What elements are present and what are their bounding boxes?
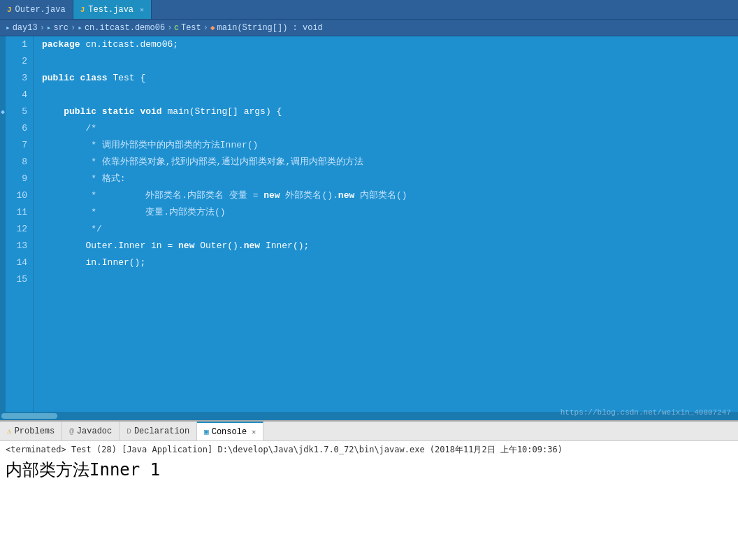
code-line-6: /* [42,120,738,137]
code-line-2 [42,53,738,70]
line-num-13: 13 [13,238,27,254]
line-num-7: 7 [13,137,27,154]
edge-marker-5: ◆ [0,103,6,120]
outer-file-icon: J [7,6,12,14]
problems-icon: ⚠ [7,426,12,436]
code-line-10: * 外部类名.内部类名 变量 = new 外部类名().new 内部类名() [42,187,738,204]
line-num-15: 15 [13,271,27,288]
test-file-icon: J [80,6,85,14]
code-line-7: * 调用外部类中的内部类的方法Inner() [42,137,738,154]
breadcrumb-day13[interactable]: day13 [13,23,38,33]
bottom-tab-bar: ⚠ Problems @ Javadoc D Declaration ▣ Con… [0,422,738,441]
line-num-6: 6 [13,120,27,137]
bottom-panel: ⚠ Problems @ Javadoc D Declaration ▣ Con… [0,420,738,560]
tab-test-close[interactable]: ✕ [140,6,144,14]
line-num-4: 4 [13,87,27,103]
code-line-13: Outer.Inner in = new Outer().new Inner()… [42,238,738,254]
breadcrumb-sep2: › [71,23,75,33]
code-line-3: public class Test { [42,70,738,87]
left-gutter: ◆ [0,36,6,412]
breadcrumb-sep3: › [167,23,172,33]
line-num-12: 12 [13,221,27,238]
breadcrumb-sep4: › [203,23,208,33]
breadcrumb-icon: ▸ [6,23,10,32]
code-line-11: * 变量.内部类方法() [42,204,738,221]
tab-javadoc[interactable]: @ Javadoc [62,422,120,440]
line-num-1: 1 [13,36,27,53]
breadcrumb-method-icon: ◆ [210,23,215,32]
editor-area: ◆ 1 2 3 4 5 6 7 8 9 10 11 12 13 14 15 pa… [0,36,738,420]
tab-problems-label: Problems [15,426,55,436]
tab-outer-label: Outer.java [15,5,66,15]
breadcrumb-class[interactable]: Test [181,23,201,33]
console-header: <terminated> Test (28) [Java Application… [6,444,732,456]
code-line-12: */ [42,221,738,238]
code-line-8: * 依靠外部类对象,找到内部类,通过内部类对象,调用内部类的方法 [42,154,738,171]
line-num-10: 10 [13,187,27,204]
tab-bar: J Outer.java J Test.java ✕ [0,0,738,20]
tab-problems[interactable]: ⚠ Problems [0,422,62,440]
tab-console[interactable]: ▣ Console ✕ [197,422,263,440]
console-icon: ▣ [204,427,209,436]
code-line-5: public static void main(String[] args) { [42,103,738,120]
breadcrumb-src[interactable]: src [53,23,68,33]
code-content[interactable]: package cn.itcast.demo06; public class T… [34,36,738,412]
line-num-9: 9 [13,171,27,187]
line-num-3: 3 [13,70,27,87]
code-line-14: in.Inner(); [42,254,738,271]
tab-javadoc-label: Javadoc [77,426,112,436]
code-line-4 [42,87,738,103]
breadcrumb-icon3: ▸ [78,23,82,32]
breadcrumb-class-icon: C [174,24,179,32]
line-num-14: 14 [13,254,27,271]
line-num-8: 8 [13,154,27,171]
tab-declaration[interactable]: D Declaration [120,422,197,440]
tab-test[interactable]: J Test.java ✕ [73,0,152,19]
console-content: <terminated> Test (28) [Java Application… [0,441,738,560]
breadcrumb-icon2: ▸ [47,23,52,32]
watermark: https://blog.csdn.net/weixin_40807247 [560,408,731,417]
declaration-icon: D [126,427,131,436]
tab-declaration-label: Declaration [134,426,189,436]
line-num-5: 5 [13,103,27,120]
console-output: 内部类方法Inner 1 [6,459,732,481]
code-container: ◆ 1 2 3 4 5 6 7 8 9 10 11 12 13 14 15 pa… [0,36,738,412]
line-numbers: 1 2 3 4 5 6 7 8 9 10 11 12 13 14 15 [6,36,34,412]
breadcrumb-sep1: › [40,23,45,33]
tab-outer[interactable]: J Outer.java [0,0,73,19]
breadcrumb-method[interactable]: main(String[]) : void [217,23,323,33]
scroll-thumb[interactable] [1,413,57,419]
line-num-2: 2 [13,53,27,70]
breadcrumb-package[interactable]: cn.itcast.demo06 [85,23,165,33]
tab-test-label: Test.java [88,5,133,15]
code-line-15 [42,271,738,288]
code-line-9: * 格式: [42,171,738,187]
breadcrumb: ▸ day13 › ▸ src › ▸ cn.itcast.demo06 › C… [0,20,738,36]
javadoc-icon: @ [69,427,74,436]
tab-console-label: Console [212,427,247,437]
line-num-11: 11 [13,204,27,221]
tab-console-close[interactable]: ✕ [252,428,256,436]
code-line-1: package cn.itcast.demo06; [42,36,738,53]
